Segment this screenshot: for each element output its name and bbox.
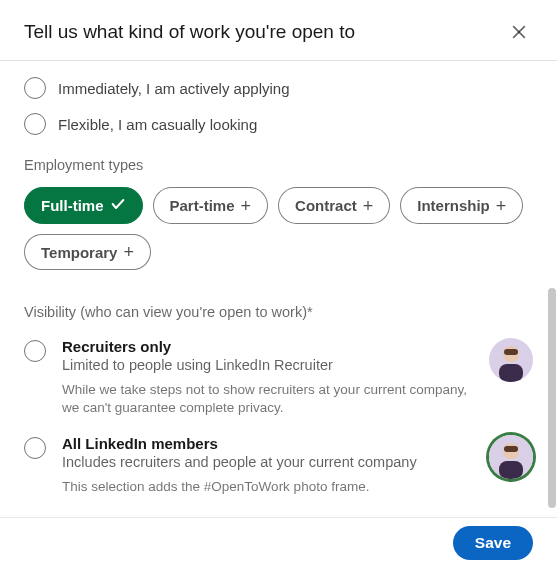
- employment-types-chips: Full-time Part-time + Contract + Interns…: [24, 187, 533, 270]
- open-to-work-modal: Tell us what kind of work you're open to…: [0, 0, 557, 568]
- visibility-text: All LinkedIn members Includes recruiters…: [62, 435, 473, 496]
- chip-contract[interactable]: Contract +: [278, 187, 390, 224]
- radio-icon: [24, 113, 46, 135]
- chip-label: Contract: [295, 197, 357, 214]
- modal-title: Tell us what kind of work you're open to: [24, 21, 355, 43]
- svg-rect-5: [499, 364, 523, 382]
- close-icon: [509, 22, 529, 42]
- modal-header: Tell us what kind of work you're open to: [0, 0, 557, 61]
- radio-label: Flexible, I am casually looking: [58, 116, 257, 133]
- avatar: [489, 338, 533, 382]
- radio-icon: [24, 340, 46, 362]
- employment-types-label: Employment types: [24, 157, 533, 173]
- chip-temporary[interactable]: Temporary +: [24, 234, 151, 270]
- visibility-title: Recruiters only: [62, 338, 473, 355]
- visibility-label: Visibility (who can view you're open to …: [24, 304, 533, 320]
- save-button[interactable]: Save: [453, 526, 533, 560]
- chip-label: Internship: [417, 197, 490, 214]
- start-option-immediately[interactable]: Immediately, I am actively applying: [24, 77, 533, 99]
- modal-footer: Save: [0, 517, 557, 568]
- check-icon: [110, 196, 126, 215]
- visibility-subtitle: Includes recruiters and people at your c…: [62, 454, 473, 470]
- visibility-text: Recruiters only Limited to people using …: [62, 338, 473, 417]
- chip-full-time[interactable]: Full-time: [24, 187, 143, 224]
- chip-label: Full-time: [41, 197, 104, 214]
- visibility-option-recruiters-only[interactable]: Recruiters only Limited to people using …: [24, 338, 533, 417]
- visibility-note: This selection adds the #OpenToWork phot…: [62, 478, 473, 496]
- plus-icon: +: [123, 243, 134, 261]
- visibility-subtitle: Limited to people using LinkedIn Recruit…: [62, 357, 473, 373]
- chip-label: Temporary: [41, 244, 117, 261]
- svg-rect-4: [504, 349, 518, 355]
- radio-label: Immediately, I am actively applying: [58, 80, 289, 97]
- avatar-icon: [489, 338, 533, 382]
- scroll-thumb[interactable]: [548, 288, 556, 508]
- svg-rect-9: [499, 461, 523, 479]
- visibility-title: All LinkedIn members: [62, 435, 473, 452]
- radio-icon: [24, 437, 46, 459]
- visibility-option-all-members[interactable]: All LinkedIn members Includes recruiters…: [24, 435, 533, 496]
- chip-internship[interactable]: Internship +: [400, 187, 523, 224]
- plus-icon: +: [363, 197, 374, 215]
- visibility-note: While we take steps not to show recruite…: [62, 381, 473, 417]
- avatar-icon: [489, 435, 533, 479]
- svg-rect-8: [504, 446, 518, 452]
- plus-icon: +: [241, 197, 252, 215]
- plus-icon: +: [496, 197, 507, 215]
- scroll-track[interactable]: [547, 58, 557, 522]
- avatar-open-to-work: [489, 435, 533, 479]
- chip-label: Part-time: [170, 197, 235, 214]
- close-button[interactable]: [505, 18, 533, 46]
- start-option-flexible[interactable]: Flexible, I am casually looking: [24, 113, 533, 135]
- modal-body: Immediately, I am actively applying Flex…: [0, 61, 557, 517]
- chip-part-time[interactable]: Part-time +: [153, 187, 269, 224]
- radio-icon: [24, 77, 46, 99]
